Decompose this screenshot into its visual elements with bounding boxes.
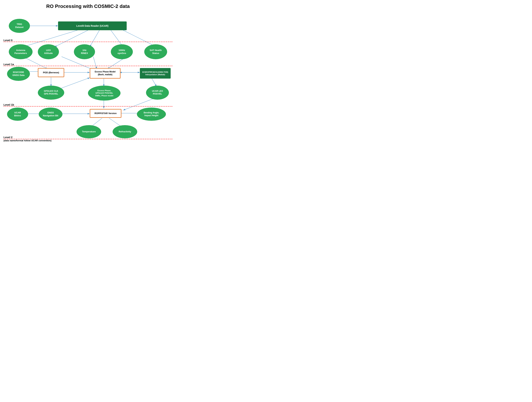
level0-line <box>4 42 172 42</box>
antenna-params-node: Antenna Parameters <box>9 44 32 59</box>
ropp-star-node: ROPP/STAR Version <box>90 109 121 118</box>
refractivity-node: Refractivity <box>113 125 137 138</box>
svg-line-9 <box>93 57 97 69</box>
ecef-interpolation-node: ECEF(ITRF)/ECI(J2000,TOD) Interpolation … <box>140 68 171 79</box>
leo-attitude-node: LEO Attitude <box>38 44 59 59</box>
gnss-nav-bit-node: GNSS Navigation Bit <box>39 108 63 121</box>
svg-line-7 <box>123 30 157 47</box>
trig-dataset-node: TRIG Dataset <box>9 19 30 33</box>
svg-line-16 <box>151 78 157 87</box>
level0-label: Level 0 <box>4 39 13 42</box>
level1a-label: Level 1a <box>4 63 14 66</box>
diagram-container: Level0 Data Reader (UCAR) TRIG Dataset L… <box>4 13 172 139</box>
level2-label: Level 2 <box>4 136 13 139</box>
page-title: RO Processing with COSMIC-2 data <box>4 4 172 9</box>
igs-code-node: IGS/CODE GNSS Data <box>7 67 30 81</box>
level1b-label: Level 1b <box>4 103 14 106</box>
ucar-leo-posvel-node: UCAR LEO POS/VEL <box>146 86 169 100</box>
ucar-bitarc-node: UCAR BitArc <box>7 108 28 121</box>
opgns-100hz-node: 100Hz opnGns <box>111 44 133 59</box>
sat-health-node: SAT Health Status <box>144 44 167 59</box>
bending-angle-node: Bending Angle; Impact Height <box>137 108 166 121</box>
pod-bernese-node: POD (Bernese) <box>38 68 64 77</box>
level0-reader-node: Level0 Data Reader (UCAR) <box>58 21 127 30</box>
svg-line-5 <box>90 30 99 47</box>
level1a-line <box>4 66 172 66</box>
temperature-node: Temperature <box>76 125 101 138</box>
excess-phase-model-node: Excess Phase Model (Bash, matlab) <box>90 68 120 79</box>
excess-phase-out-node: Excess Phase; GPS/LEO POS/VEL SNRs, Phas… <box>88 86 120 100</box>
level2-note: (data name/format follow UCAR convention… <box>4 139 51 142</box>
gps-leo-clk-node: GPS/LEO CLK GPS POS/VEL <box>38 86 64 100</box>
rinex-1hz-node: 1Hz RINEX <box>74 44 95 59</box>
level1b-line <box>4 106 172 106</box>
